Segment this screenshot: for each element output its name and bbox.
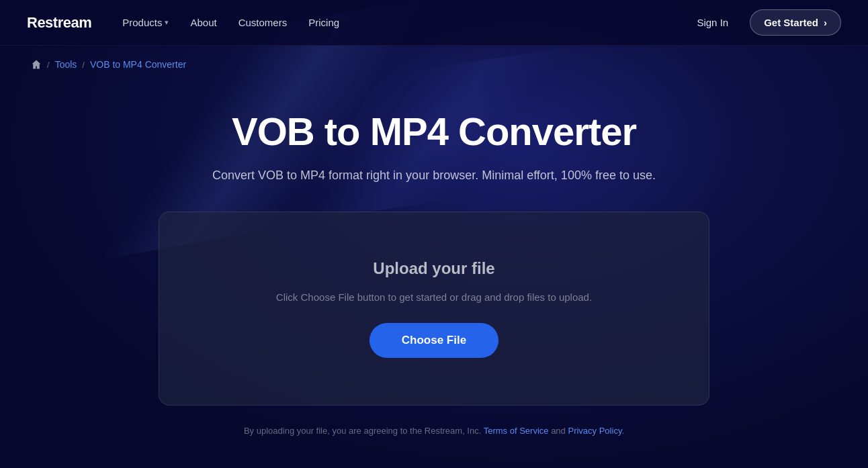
- nav-customers[interactable]: Customers: [229, 13, 297, 32]
- nav-pricing-label: Pricing: [308, 17, 339, 28]
- nav-pricing[interactable]: Pricing: [299, 13, 349, 32]
- footer-note-prefix: By uploading your file, you are agreeing…: [244, 426, 481, 436]
- breadcrumb-sep-2: /: [82, 60, 85, 70]
- nav-about-label: About: [190, 17, 216, 28]
- nav-products-label: Products: [122, 17, 162, 28]
- breadcrumb-current: VOB to MP4 Converter: [90, 59, 186, 70]
- nav-links: Products ▾ About Customers Pricing: [113, 13, 349, 32]
- navbar: Restream Products ▾ About Customers Pric…: [0, 0, 868, 46]
- breadcrumb-sep-1: /: [47, 60, 50, 70]
- nav-left: Restream Products ▾ About Customers Pric…: [27, 13, 349, 32]
- get-started-label: Get Started: [764, 17, 818, 28]
- nav-about[interactable]: About: [181, 13, 226, 32]
- breadcrumb-tools[interactable]: Tools: [55, 59, 77, 70]
- nav-right: Sign In Get Started ›: [686, 9, 841, 36]
- get-started-button[interactable]: Get Started ›: [750, 9, 841, 36]
- choose-file-button[interactable]: Choose File: [370, 323, 498, 358]
- main-content: / Tools / VOB to MP4 Converter VOB to MP…: [0, 46, 868, 449]
- upload-title: Upload your file: [373, 259, 494, 278]
- hero-subtitle: Convert VOB to MP4 format right in your …: [145, 167, 723, 185]
- hero-section: VOB to MP4 Converter Convert VOB to MP4 …: [132, 70, 736, 212]
- sign-in-button[interactable]: Sign In: [686, 11, 739, 34]
- nav-customers-label: Customers: [238, 17, 288, 28]
- home-icon: [31, 59, 42, 70]
- terms-of-service-link[interactable]: Terms of Service: [484, 426, 549, 436]
- upload-box: Upload your file Click Choose File butto…: [159, 212, 709, 406]
- footer-note-suffix: .: [621, 426, 624, 436]
- privacy-policy-link[interactable]: Privacy Policy: [568, 426, 621, 436]
- breadcrumb: / Tools / VOB to MP4 Converter: [31, 46, 837, 70]
- chevron-right-icon: ›: [824, 17, 827, 28]
- chevron-down-icon: ▾: [165, 18, 169, 27]
- logo[interactable]: Restream: [27, 14, 91, 32]
- nav-products[interactable]: Products ▾: [113, 13, 178, 32]
- upload-subtitle: Click Choose File button to get started …: [276, 291, 592, 303]
- footer-note: By uploading your file, you are agreeing…: [244, 426, 624, 449]
- breadcrumb-home[interactable]: [31, 59, 42, 70]
- page-title: VOB to MP4 Converter: [145, 110, 723, 153]
